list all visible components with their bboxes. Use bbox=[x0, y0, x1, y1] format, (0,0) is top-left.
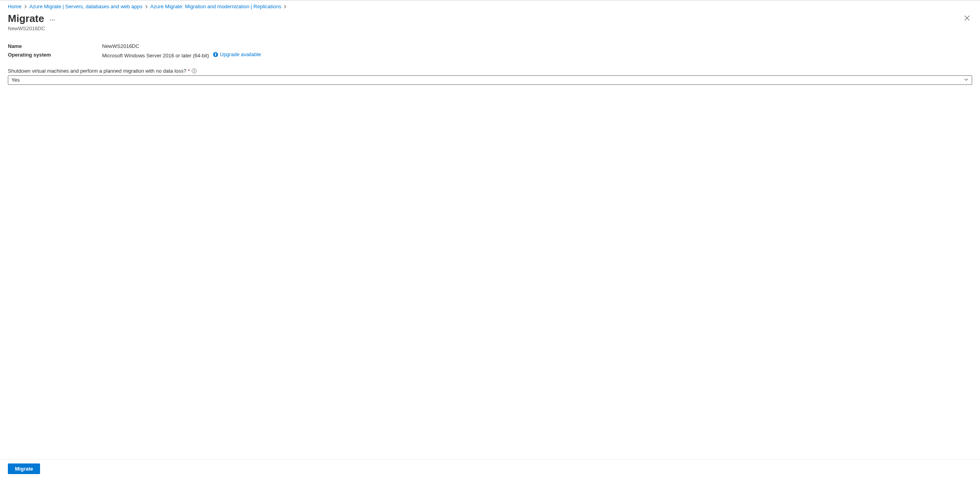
migrate-button[interactable]: Migrate bbox=[8, 463, 40, 474]
breadcrumb: Home Azure Migrate | Servers, databases … bbox=[0, 0, 980, 11]
chevron-down-icon bbox=[964, 77, 969, 83]
shutdown-select[interactable]: Yes bbox=[8, 75, 972, 85]
more-actions-icon[interactable]: ··· bbox=[49, 15, 55, 23]
name-label: Name bbox=[8, 43, 102, 49]
chevron-right-icon bbox=[145, 4, 148, 9]
upgrade-icon bbox=[213, 52, 218, 57]
upgrade-available-link[interactable]: Upgrade available bbox=[213, 51, 261, 57]
footer: Migrate bbox=[0, 459, 980, 478]
shutdown-form-group: Shutdown virtual machines and perform a … bbox=[8, 68, 972, 85]
page-title-row: Migrate ··· bbox=[8, 13, 962, 25]
os-value: Microsoft Windows Server 2016 or later (… bbox=[102, 51, 261, 59]
chevron-right-icon bbox=[283, 4, 287, 9]
shutdown-select-value: Yes bbox=[11, 77, 20, 83]
breadcrumb-azure-migrate[interactable]: Azure Migrate | Servers, databases and w… bbox=[29, 4, 143, 9]
svg-point-2 bbox=[194, 70, 195, 70]
os-value-text: Microsoft Windows Server 2016 or later (… bbox=[102, 53, 209, 59]
shutdown-label-row: Shutdown virtual machines and perform a … bbox=[8, 68, 972, 74]
required-asterisk: * bbox=[188, 68, 190, 74]
info-icon[interactable] bbox=[192, 68, 197, 73]
name-value: NewWS2016DC bbox=[102, 43, 139, 49]
chevron-right-icon bbox=[24, 4, 27, 9]
shutdown-label: Shutdown virtual machines and perform a … bbox=[8, 68, 186, 74]
close-button[interactable] bbox=[962, 13, 972, 24]
page-subtitle: NewWS2016DC bbox=[8, 26, 962, 31]
field-name: Name NewWS2016DC bbox=[8, 43, 972, 49]
os-label: Operating system bbox=[8, 52, 102, 58]
page-title: Migrate bbox=[8, 13, 44, 25]
upgrade-link-text: Upgrade available bbox=[220, 51, 261, 57]
svg-rect-3 bbox=[194, 70, 194, 72]
field-os: Operating system Microsoft Windows Serve… bbox=[8, 51, 972, 59]
content-area: Name NewWS2016DC Operating system Micros… bbox=[0, 31, 980, 459]
page-header: Migrate ··· NewWS2016DC bbox=[0, 11, 980, 31]
breadcrumb-replications[interactable]: Azure Migrate: Migration and modernizati… bbox=[150, 4, 282, 9]
breadcrumb-home[interactable]: Home bbox=[8, 4, 22, 9]
